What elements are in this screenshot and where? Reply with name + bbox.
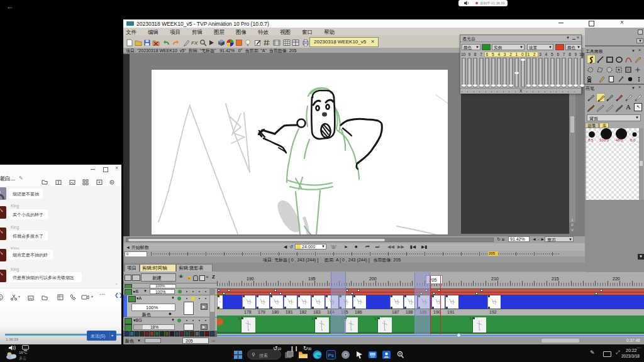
svg-text:6.0: 6.0 (630, 138, 636, 142)
svg-text:48.0: 48.0 (616, 138, 623, 142)
svg-text:100.0: 100.0 (599, 138, 609, 142)
svg-text:8.5: 8.5 (588, 138, 594, 142)
svg-text:FX: FX (191, 40, 198, 46)
svg-text:Ps: Ps (328, 353, 334, 358)
